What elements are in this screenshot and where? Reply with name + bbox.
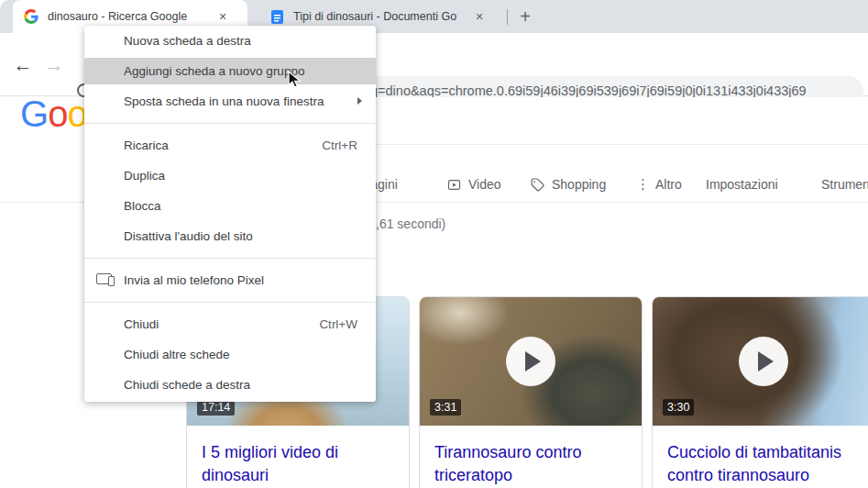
play-icon[interactable] (506, 337, 555, 386)
menu-item-nuova-scheda-a-destra[interactable]: Nuova scheda a destra (84, 26, 376, 56)
results-stats: ,61 secondi) (376, 216, 445, 231)
menu-item-duplica[interactable]: Duplica (84, 161, 376, 191)
forward-button[interactable]: → (38, 33, 70, 96)
menu-item-chiudi-schede-a-destra[interactable]: Chiudi schede a destra (84, 370, 376, 400)
new-tab-button[interactable]: + (513, 5, 537, 28)
video-title-link[interactable]: Cucciolo di tambatitanis contro tirannos… (653, 426, 868, 487)
video-title-link[interactable]: I 5 migliori video di dinosauri (187, 426, 409, 487)
devices-icon (96, 273, 112, 284)
video-thumbnail[interactable]: 3:30 (653, 297, 868, 426)
nav-tab-video[interactable]: Video (446, 167, 501, 202)
more-dots-icon: ⋮ (636, 176, 650, 193)
menu-separator (84, 258, 376, 259)
menu-separator (84, 302, 376, 303)
menu-item-aggiungi-scheda-a-nuovo-gruppo[interactable]: Aggiungi scheda a nuovo gruppo (84, 58, 376, 84)
shortcut-label: Ctrl+W (319, 317, 357, 331)
video-duration-badge: 3:30 (663, 399, 694, 416)
back-button[interactable]: ← (7, 33, 38, 96)
tab-title: dinosauro - Ricerca Google (48, 10, 209, 23)
play-icon[interactable] (739, 337, 788, 386)
video-card[interactable]: 3:30 Cucciolo di tambatitanis contro tir… (652, 296, 868, 488)
menu-item-chiudi[interactable]: Chiudi Ctrl+W (84, 309, 376, 339)
nav-tab-altro[interactable]: ⋮ Altro (636, 167, 682, 202)
nav-strumenti[interactable]: Strumenti (821, 167, 868, 202)
menu-item-chiudi-altre-schede[interactable]: Chiudi altre schede (84, 339, 376, 370)
tab-title-fade (802, 7, 826, 26)
menu-separator (84, 123, 376, 124)
google-docs-favicon-icon (271, 10, 283, 24)
tab-close-icon[interactable]: ✕ (214, 8, 231, 25)
video-icon (446, 177, 462, 193)
tag-icon (530, 177, 545, 193)
video-thumbnail[interactable]: 3:31 (420, 297, 642, 426)
menu-item-disattiva-audio[interactable]: Disattiva l'audio del sito (84, 221, 376, 251)
nav-tab-shopping[interactable]: Shopping (530, 167, 606, 202)
menu-item-sposta-scheda-nuova-finestra[interactable]: Sposta scheda in una nuova finestra (84, 86, 376, 116)
video-card[interactable]: 3:31 Tirannosauro contro triceratopo (419, 296, 643, 488)
video-title-link[interactable]: Tirannosauro contro triceratopo (420, 426, 642, 487)
tab-title: Tipi di dinosauri - Documenti Go (293, 10, 466, 23)
google-g-favicon-icon (24, 9, 38, 24)
shortcut-label: Ctrl+R (322, 139, 357, 152)
tab-separator (507, 9, 508, 25)
menu-item-ricarica[interactable]: Ricarica Ctrl+R (84, 130, 376, 161)
video-duration-badge: 3:31 (430, 399, 461, 416)
logo-letter: G (20, 94, 48, 134)
mouse-cursor-icon (288, 71, 302, 89)
tab-close-icon[interactable]: ✕ (471, 8, 488, 25)
submenu-arrow-icon (357, 97, 362, 105)
menu-item-invia-a-telefono-pixel[interactable]: Invia al mio telefono Pixel (84, 265, 376, 295)
browser-window: dinosauro - Ricerca Google ✕ Tipi di din… (0, 0, 868, 488)
menu-item-blocca[interactable]: Blocca (84, 191, 376, 221)
nav-impostazioni[interactable]: Impostazioni (706, 167, 778, 202)
tab-context-menu: Nuova scheda a destra Aggiungi scheda a … (84, 26, 376, 402)
logo-letter: o (48, 94, 67, 134)
